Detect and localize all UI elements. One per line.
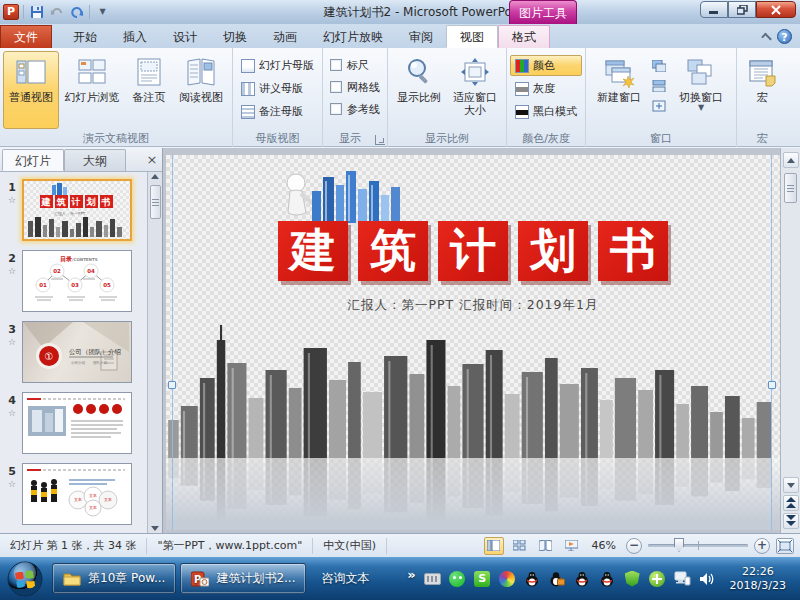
show-dialog-launcher-icon[interactable] xyxy=(375,135,385,145)
qq-briefcase-icon[interactable] xyxy=(549,570,566,587)
macros-button[interactable]: 宏 xyxy=(740,51,784,129)
slide-thumbnail-1[interactable]: 1 ☆ 建筑计划书 汇报人：第一PPT xyxy=(2,179,145,241)
safe-ball-icon[interactable] xyxy=(649,570,666,587)
city-skyline-image[interactable] xyxy=(166,323,780,458)
ruler-checkbox[interactable]: 标尺 xyxy=(326,55,384,75)
title-char-block: 计 xyxy=(438,221,508,281)
tab-home[interactable]: 开始 xyxy=(60,26,110,48)
tab-slides[interactable]: 幻灯片 xyxy=(2,149,64,171)
scroll-up-icon[interactable] xyxy=(151,174,159,179)
help-icon[interactable]: ? xyxy=(777,29,792,44)
slide-title-blocks[interactable]: 建 筑 计 划 书 xyxy=(278,221,668,281)
zoom-slider-thumb[interactable] xyxy=(674,538,684,552)
tab-animations[interactable]: 动画 xyxy=(260,26,310,48)
clock-date: 2018/3/23 xyxy=(730,579,786,593)
svg-text:公司介绍: 公司介绍 xyxy=(71,361,86,365)
slide-subtitle[interactable]: 汇报人：第一PPT 汇报时间：2019年1月 xyxy=(166,297,780,314)
gridlines-checkbox[interactable]: 网格线 xyxy=(326,77,384,97)
panel-scrollbar[interactable] xyxy=(147,172,162,533)
slide-editing-area[interactable]: 建 筑 计 划 书 汇报人：第一PPT 汇报时间：2019年1月 xyxy=(166,155,780,530)
notes-page-button[interactable]: 备注页 xyxy=(125,51,173,129)
fit-to-window-button[interactable]: 适应窗口大小 xyxy=(447,51,503,129)
language-indicator[interactable]: 中文(中国) xyxy=(313,538,386,553)
slide-thumbnail-2[interactable]: 2 ☆ 目录/CONTENTS 0102030405 xyxy=(2,250,145,312)
next-slide-button[interactable] xyxy=(783,513,799,529)
slide-thumbnail-4[interactable]: 4 ☆ xyxy=(2,392,145,454)
scrollbar-thumb[interactable] xyxy=(150,185,161,219)
collapse-ribbon-icon[interactable] xyxy=(761,33,772,44)
scroll-up-button[interactable] xyxy=(783,152,799,168)
start-button[interactable] xyxy=(6,560,44,598)
taskbar-clock[interactable]: 22:26 2018/3/23 xyxy=(724,565,792,593)
vertical-scrollbar[interactable] xyxy=(780,148,800,533)
slide-sorter-button[interactable]: 幻灯片浏览 xyxy=(59,51,125,129)
zoom-slider[interactable] xyxy=(648,544,748,547)
hidden-icons-chevron[interactable]: » xyxy=(407,567,415,582)
normal-view-button[interactable]: 普通视图 xyxy=(3,51,59,129)
scroll-down-button[interactable] xyxy=(783,477,799,493)
network-icon[interactable] xyxy=(674,570,691,587)
selection-handle-left[interactable] xyxy=(168,381,176,389)
security-shield-icon[interactable] xyxy=(624,570,641,587)
zoom-button[interactable]: 显示比例 xyxy=(391,51,447,129)
minimize-button[interactable] xyxy=(700,1,728,18)
taskbar-text-button[interactable]: 咨询文本 xyxy=(310,563,380,594)
tab-insert[interactable]: 插入 xyxy=(110,26,160,48)
color-button[interactable]: 颜色 xyxy=(510,55,582,76)
guides-checkbox[interactable]: 参考线 xyxy=(326,99,384,119)
scrollbar-thumb[interactable] xyxy=(784,173,797,203)
selection-handle-right[interactable] xyxy=(768,381,776,389)
zoom-in-button[interactable]: + xyxy=(754,538,770,554)
tab-file[interactable]: 文件 xyxy=(0,25,52,48)
slideshow-status-button[interactable] xyxy=(562,537,582,555)
undo-button[interactable] xyxy=(48,4,65,21)
slide-master-button[interactable]: 幻灯片母版 xyxy=(236,55,319,76)
zoom-percentage[interactable]: 46% xyxy=(588,539,620,552)
wechat-icon[interactable] xyxy=(449,570,466,587)
taskbar-powerpoint-button[interactable]: P 建筑计划书2... xyxy=(180,563,306,594)
restore-button[interactable] xyxy=(728,1,756,18)
slide-sorter-status-button[interactable] xyxy=(510,537,530,555)
qq-penguin-icon[interactable] xyxy=(574,570,591,587)
move-split-icon[interactable] xyxy=(649,97,669,115)
slide-thumbnail-5[interactable]: 5 ☆ 文本文本文本文本 xyxy=(2,463,145,525)
tab-review[interactable]: 审阅 xyxy=(396,26,446,48)
black-white-button[interactable]: 黑白模式 xyxy=(510,101,582,122)
tab-design[interactable]: 设计 xyxy=(160,26,210,48)
notes-master-button[interactable]: 备注母版 xyxy=(236,101,319,122)
grayscale-button[interactable]: 灰度 xyxy=(510,78,582,99)
fit-slide-to-window-button[interactable] xyxy=(776,538,794,554)
reading-view-status-button[interactable] xyxy=(536,537,556,555)
normal-view-status-button[interactable] xyxy=(484,537,504,555)
sogou-icon[interactable]: S xyxy=(474,570,491,587)
redo-button[interactable] xyxy=(68,4,85,21)
reading-view-button[interactable]: 阅读视图 xyxy=(173,51,229,129)
tab-outline[interactable]: 大纲 xyxy=(64,149,126,171)
handout-master-button[interactable]: 讲义母版 xyxy=(236,78,319,99)
tab-format[interactable]: 格式 xyxy=(498,25,550,48)
close-button[interactable] xyxy=(756,1,796,18)
panel-close-icon[interactable]: × xyxy=(142,151,162,171)
volume-icon[interactable] xyxy=(699,570,716,587)
tab-view[interactable]: 视图 xyxy=(446,25,498,48)
tab-transitions[interactable]: 切换 xyxy=(210,26,260,48)
new-window-button[interactable]: 新建窗口 xyxy=(589,51,649,129)
input-keyboard-icon[interactable] xyxy=(424,570,441,587)
taskbar-folder-button[interactable]: 第10章 Pow... xyxy=(52,563,176,594)
previous-slide-button[interactable] xyxy=(783,495,799,511)
colorful-app-icon[interactable] xyxy=(499,570,516,587)
save-button[interactable] xyxy=(28,4,45,21)
cascade-windows-icon[interactable] xyxy=(649,57,669,75)
powerpoint-app-icon[interactable]: P xyxy=(3,4,19,20)
scroll-down-icon[interactable] xyxy=(151,526,159,531)
slide-thumbnail-3[interactable]: 3 ☆ ① 公司（团队）介绍 公司介绍团队介绍 xyxy=(2,321,145,383)
group-label: 显示比例 xyxy=(388,131,506,146)
customize-qat-dropdown-icon[interactable]: ▼ xyxy=(94,4,111,21)
qq-penguin-icon[interactable] xyxy=(599,570,616,587)
arrange-all-icon[interactable] xyxy=(649,77,669,95)
tab-slideshow[interactable]: 幻灯片放映 xyxy=(310,26,396,48)
svg-text:文本: 文本 xyxy=(89,493,97,498)
switch-windows-button[interactable]: 切换窗口 ▼ xyxy=(669,51,733,129)
zoom-out-button[interactable]: − xyxy=(626,538,642,554)
qq-penguin-icon[interactable] xyxy=(524,570,541,587)
